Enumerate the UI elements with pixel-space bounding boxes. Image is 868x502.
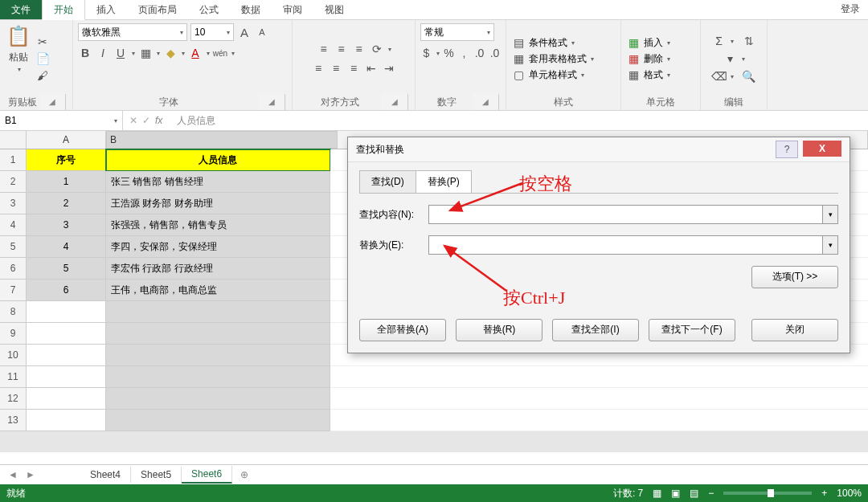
font-color-icon[interactable]: A <box>188 46 203 60</box>
cell[interactable]: 5 <box>27 258 106 280</box>
tab-view[interactable]: 视图 <box>313 0 355 19</box>
fx-icon[interactable]: fx <box>155 115 162 126</box>
autosum-icon[interactable]: Σ <box>712 34 727 48</box>
formula-bar-input[interactable]: 人员信息 <box>169 114 215 128</box>
col-header-b[interactable]: B <box>106 131 338 149</box>
select-all-corner[interactable] <box>0 131 27 149</box>
tab-file[interactable]: 文件 <box>0 0 42 19</box>
cell[interactable]: 序号 <box>27 149 106 171</box>
enter-icon[interactable]: ✓ <box>142 115 150 126</box>
paste-button[interactable]: 📋 粘贴 ▾ <box>5 23 32 94</box>
fill-icon[interactable]: ▾ <box>723 51 738 66</box>
find-input[interactable]: ▾ <box>428 205 838 224</box>
dropdown-icon[interactable]: ▾ <box>822 206 837 223</box>
row-header[interactable]: 5 <box>0 236 27 258</box>
italic-button[interactable]: I <box>96 46 110 60</box>
zoom-slider[interactable] <box>723 492 812 495</box>
view-break-icon[interactable]: ▤ <box>690 488 698 499</box>
zoom-in-icon[interactable]: + <box>821 488 827 499</box>
row-header[interactable]: 1 <box>0 149 27 171</box>
tab-formula[interactable]: 公式 <box>188 0 230 19</box>
sheet-tab[interactable]: Sheet6 <box>182 466 232 484</box>
increase-decimal-icon[interactable]: .0 <box>473 46 485 60</box>
dropdown-icon[interactable]: ▾ <box>822 236 837 254</box>
currency-icon[interactable]: $ <box>420 46 432 60</box>
dialog-launcher-icon[interactable]: ◢ <box>382 94 408 110</box>
cell[interactable]: 人员信息 <box>106 149 330 171</box>
tab-layout[interactable]: 页面布局 <box>127 0 188 19</box>
cell[interactable] <box>27 388 106 410</box>
underline-button[interactable]: U <box>113 46 128 60</box>
zoom-out-icon[interactable]: − <box>708 488 714 499</box>
delete-cells-button[interactable]: ▦删除▾ <box>626 51 695 66</box>
cell[interactable] <box>106 345 330 366</box>
cell[interactable]: 王浩源 财务部 财务助理 <box>106 193 330 214</box>
replace-button[interactable]: 替换(R) <box>456 319 542 341</box>
cell[interactable] <box>106 323 330 345</box>
replace-all-button[interactable]: 全部替换(A) <box>359 319 446 341</box>
find-icon[interactable]: 🔍 <box>742 69 756 84</box>
dialog-launcher-icon[interactable]: ◢ <box>473 94 499 110</box>
row-header[interactable]: 7 <box>0 280 27 301</box>
sheet-tab[interactable]: Sheet5 <box>131 467 182 483</box>
dialog-help-button[interactable]: ? <box>776 141 798 158</box>
cell[interactable] <box>106 301 330 323</box>
row-header[interactable]: 10 <box>0 345 27 366</box>
cell[interactable]: 6 <box>27 280 106 301</box>
cell[interactable]: 张强强，销售部，销售专员 <box>106 214 330 236</box>
cell[interactable]: 4 <box>27 236 106 258</box>
sort-icon[interactable]: ⇅ <box>742 34 756 48</box>
replace-input[interactable]: ▾ <box>428 235 838 255</box>
cancel-icon[interactable]: ✕ <box>129 115 137 126</box>
login-link[interactable]: 登录 <box>833 0 868 19</box>
row-header[interactable]: 4 <box>0 214 27 236</box>
format-cells-button[interactable]: ▦格式▾ <box>626 67 695 82</box>
indent-increase-icon[interactable]: ⇥ <box>382 61 396 76</box>
align-center-icon[interactable]: ≡ <box>329 61 343 76</box>
tab-insert[interactable]: 插入 <box>85 0 127 19</box>
cell[interactable]: 3 <box>27 214 106 236</box>
dialog-tab-find[interactable]: 查找(D) <box>359 170 416 193</box>
close-button[interactable]: 关闭 <box>751 319 838 341</box>
clear-icon[interactable]: ⌫ <box>712 69 727 84</box>
options-button[interactable]: 选项(T) >> <box>751 266 838 288</box>
row-header[interactable]: 2 <box>0 171 27 193</box>
find-next-button[interactable]: 查找下一个(F) <box>649 319 735 341</box>
find-all-button[interactable]: 查找全部(I) <box>552 319 639 341</box>
phonetic-icon[interactable]: wén <box>213 46 227 60</box>
dialog-close-button[interactable]: X <box>803 141 841 157</box>
sheet-tab[interactable]: Sheet4 <box>80 467 131 483</box>
dialog-tab-replace[interactable]: 替换(P) <box>416 170 472 193</box>
cell[interactable]: 李宏伟 行政部 行政经理 <box>106 258 330 280</box>
decrease-font-icon[interactable]: A <box>255 25 269 39</box>
align-left-icon[interactable]: ≡ <box>311 61 326 76</box>
align-right-icon[interactable]: ≡ <box>346 61 361 76</box>
tab-data[interactable]: 数据 <box>230 0 272 19</box>
cell[interactable] <box>27 410 106 431</box>
align-top-icon[interactable]: ≡ <box>317 42 331 56</box>
cell[interactable]: 李四，安保部，安保经理 <box>106 236 330 258</box>
cell[interactable] <box>27 366 106 388</box>
add-sheet-button[interactable]: ⊕ <box>232 467 256 483</box>
row-header[interactable]: 11 <box>0 366 27 388</box>
tab-review[interactable]: 审阅 <box>272 0 313 19</box>
indent-decrease-icon[interactable]: ⇤ <box>364 61 379 76</box>
cell[interactable] <box>27 323 106 345</box>
name-box[interactable]: B1▾ <box>0 111 123 130</box>
cell[interactable] <box>27 345 106 366</box>
increase-font-icon[interactable]: A <box>237 25 252 39</box>
view-normal-icon[interactable]: ▦ <box>653 488 661 499</box>
cell[interactable] <box>106 366 330 388</box>
border-icon[interactable]: ▦ <box>138 46 153 60</box>
zoom-level[interactable]: 100% <box>837 488 862 499</box>
sheet-nav-next-icon[interactable]: ► <box>26 469 35 480</box>
fill-color-icon[interactable]: ◆ <box>163 46 178 60</box>
cell[interactable]: 1 <box>27 171 106 193</box>
percent-icon[interactable]: % <box>443 46 455 60</box>
tab-home[interactable]: 开始 <box>42 0 85 20</box>
row-header[interactable]: 13 <box>0 410 27 431</box>
conditional-format-button[interactable]: ▤条件格式▾ <box>511 35 616 50</box>
row-header[interactable]: 12 <box>0 388 27 410</box>
row-header[interactable]: 6 <box>0 258 27 280</box>
orientation-icon[interactable]: ⟳ <box>370 42 384 56</box>
